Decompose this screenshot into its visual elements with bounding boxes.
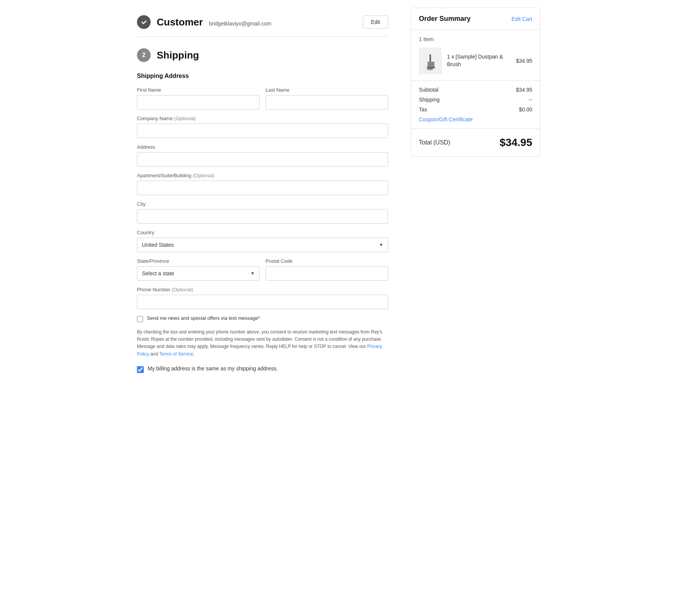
sms-checkbox-label[interactable]: Send me news and special offers via text… — [147, 315, 260, 321]
first-name-input[interactable] — [137, 95, 259, 110]
item-name: 1 x [Sample] Dustpan & Brush — [447, 54, 503, 67]
tax-row: Tax $0.00 — [419, 106, 532, 113]
order-items-section: 1 Item — [411, 30, 540, 81]
grand-total-row: Total (USD) $34.95 — [411, 129, 540, 156]
customer-info: Customer bridgetklaviyo@gmail.com — [157, 16, 271, 28]
item-image — [419, 48, 442, 74]
order-summary-card: Order Summary Edit Cart 1 Item — [411, 8, 540, 157]
customer-section: Customer bridgetklaviyo@gmail.com Edit — [137, 8, 388, 37]
company-name-label: Company Name (Optional) — [137, 116, 388, 121]
postal-code-input[interactable] — [266, 266, 388, 281]
state-label: State/Province — [137, 258, 259, 264]
last-name-input[interactable] — [266, 95, 388, 110]
item-price: $34.95 — [516, 58, 532, 64]
coupon-link[interactable]: Coupon/Gift Certificate — [419, 116, 532, 122]
sms-checkbox[interactable] — [137, 316, 143, 322]
grand-total-amount: $34.95 — [500, 137, 532, 149]
country-select[interactable]: United States Canada United Kingdom — [137, 238, 388, 252]
tax-value: $0.00 — [519, 106, 532, 113]
subtotal-label: Subtotal — [419, 87, 438, 93]
shipping-title: Shipping — [157, 49, 199, 61]
items-count: 1 Item — [419, 36, 532, 42]
address-label: Address — [137, 144, 388, 150]
step-number: 2 — [137, 48, 151, 62]
state-postal-row: State/Province Select a state Alabama Al… — [137, 258, 388, 281]
company-name-group: Company Name (Optional) — [137, 116, 388, 138]
billing-same-checkbox[interactable] — [137, 366, 144, 373]
shipping-section: 2 Shipping Shipping Address First Name L… — [137, 37, 388, 385]
edit-customer-button[interactable]: Edit — [363, 16, 388, 29]
order-summary-header: Order Summary Edit Cart — [411, 8, 540, 30]
shipping-header: 2 Shipping — [137, 48, 388, 62]
subtotal-value: $34.95 — [516, 87, 532, 93]
first-name-label: First Name — [137, 87, 259, 93]
phone-label: Phone Number (Optional) — [137, 287, 388, 292]
apartment-group: Apartment/Suite/Building (Optional) — [137, 173, 388, 195]
billing-checkbox-row: My billing address is the same as my shi… — [137, 365, 388, 374]
apartment-label: Apartment/Suite/Building (Optional) — [137, 173, 388, 178]
address-input[interactable] — [137, 152, 388, 167]
shipping-label: Shipping — [419, 97, 440, 103]
consent-text: By checking the box and entering your ph… — [137, 329, 388, 358]
shipping-value: -- — [529, 97, 532, 103]
country-group: Country United States Canada United King… — [137, 230, 388, 252]
country-select-wrapper: United States Canada United Kingdom ▼ — [137, 238, 388, 252]
order-summary-title: Order Summary — [419, 15, 471, 23]
last-name-group: Last Name — [266, 87, 388, 110]
customer-email: bridgetklaviyo@gmail.com — [209, 21, 271, 27]
name-row: First Name Last Name — [137, 87, 388, 110]
billing-same-label[interactable]: My billing address is the same as my shi… — [148, 365, 278, 372]
state-select[interactable]: Select a state Alabama Alaska Arizona Ca… — [137, 266, 259, 281]
apartment-input[interactable] — [137, 181, 388, 195]
first-name-group: First Name — [137, 87, 259, 110]
shipping-row: Shipping -- — [419, 97, 532, 103]
city-group: City — [137, 201, 388, 224]
grand-total-label: Total (USD) — [419, 139, 450, 146]
state-select-wrapper: Select a state Alabama Alaska Arizona Ca… — [137, 266, 259, 281]
customer-left: Customer bridgetklaviyo@gmail.com — [137, 15, 271, 29]
last-name-label: Last Name — [266, 87, 388, 93]
customer-title: Customer — [157, 16, 203, 28]
terms-of-service-link[interactable]: Terms of Service — [159, 351, 193, 357]
address-group: Address — [137, 144, 388, 167]
order-totals: Subtotal $34.95 Shipping -- Tax $0.00 Co… — [411, 81, 540, 129]
country-label: Country — [137, 230, 388, 235]
sms-checkbox-row: Send me news and special offers via text… — [137, 315, 388, 323]
main-content: Customer bridgetklaviyo@gmail.com Edit 2… — [137, 8, 388, 385]
postal-code-label: Postal Code — [266, 258, 388, 264]
shipping-address-title: Shipping Address — [137, 73, 388, 79]
city-label: City — [137, 201, 388, 207]
phone-input[interactable] — [137, 295, 388, 309]
city-input[interactable] — [137, 209, 388, 224]
item-details: 1 x [Sample] Dustpan & Brush — [447, 53, 511, 68]
order-item: 1 x [Sample] Dustpan & Brush $34.95 — [419, 48, 532, 74]
edit-cart-link[interactable]: Edit Cart — [512, 16, 532, 22]
postal-code-group: Postal Code — [266, 258, 388, 281]
phone-group: Phone Number (Optional) — [137, 287, 388, 309]
order-summary-sidebar: Order Summary Edit Cart 1 Item — [411, 8, 540, 385]
tax-label: Tax — [419, 106, 427, 113]
company-name-input[interactable] — [137, 124, 388, 138]
subtotal-row: Subtotal $34.95 — [419, 87, 532, 93]
check-icon — [137, 15, 151, 29]
state-group: State/Province Select a state Alabama Al… — [137, 258, 259, 281]
